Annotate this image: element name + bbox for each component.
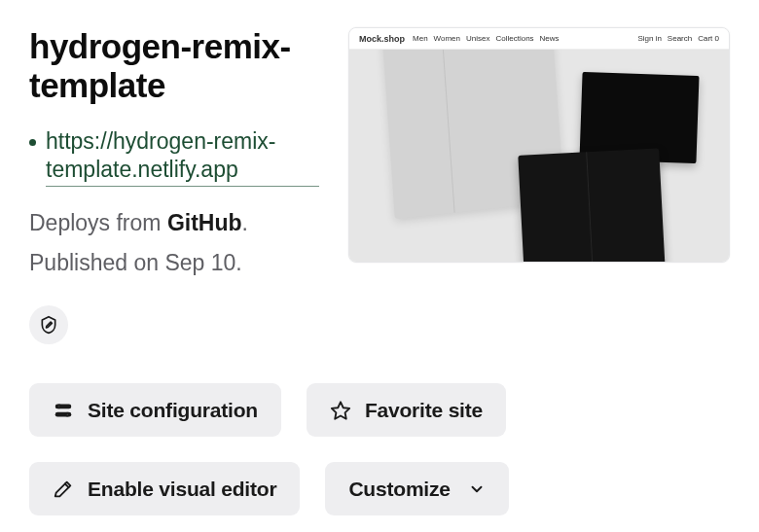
preview-nav-item: Women bbox=[434, 34, 460, 43]
sliders-icon bbox=[53, 400, 74, 421]
chevron-down-icon bbox=[468, 480, 486, 498]
site-url-row: https://hydrogen-remix-template.netlify.… bbox=[29, 127, 319, 188]
site-preview-thumbnail[interactable]: Mock.shop Men Women Unisex Collections N… bbox=[348, 27, 730, 263]
button-label: Customize bbox=[348, 478, 450, 501]
svg-point-3 bbox=[66, 413, 69, 416]
preview-header: Mock.shop Men Women Unisex Collections N… bbox=[349, 28, 729, 50]
deploy-source-name: GitHub bbox=[167, 210, 242, 235]
preview-garment-dark-shorts bbox=[518, 148, 666, 263]
preview-nav-item: Unisex bbox=[466, 34, 489, 43]
published-suffix: . bbox=[235, 250, 241, 275]
favorite-site-button[interactable]: Favorite site bbox=[307, 383, 506, 437]
preview-nav: Men Women Unisex Collections News bbox=[413, 34, 560, 43]
preview-brand: Mock.shop bbox=[359, 34, 405, 44]
published-date: Sep 10 bbox=[164, 250, 235, 275]
published-prefix: Published on bbox=[29, 250, 164, 275]
preview-body bbox=[349, 50, 729, 263]
button-label: Favorite site bbox=[365, 399, 483, 422]
deploy-source-text: Deploys from GitHub. bbox=[29, 210, 319, 236]
customize-button[interactable]: Customize bbox=[325, 462, 508, 515]
svg-point-1 bbox=[58, 405, 61, 408]
button-label: Enable visual editor bbox=[88, 478, 276, 501]
site-title: hydrogen-remix-template bbox=[29, 27, 319, 106]
preview-right-nav: Sign in Search Cart 0 bbox=[637, 34, 719, 43]
preview-nav-item: Men bbox=[413, 34, 428, 43]
preview-right-item: Sign in bbox=[637, 34, 661, 43]
preview-nav-item: News bbox=[540, 34, 560, 43]
button-label: Site configuration bbox=[88, 399, 258, 422]
deploy-prefix: Deploys from bbox=[29, 210, 167, 235]
pencil-shield-icon bbox=[39, 315, 58, 335]
preview-nav-item: Collections bbox=[495, 34, 533, 43]
published-text: Published on Sep 10. bbox=[29, 250, 319, 276]
star-icon bbox=[330, 400, 351, 421]
status-dot-icon bbox=[29, 139, 36, 146]
edit-content-button[interactable] bbox=[29, 305, 68, 344]
enable-visual-editor-button[interactable]: Enable visual editor bbox=[29, 462, 300, 515]
site-configuration-button[interactable]: Site configuration bbox=[29, 383, 281, 437]
pencil-icon bbox=[53, 479, 74, 500]
site-url-link[interactable]: https://hydrogen-remix-template.netlify.… bbox=[46, 127, 319, 188]
action-buttons: Site configuration Favorite site Enable … bbox=[29, 383, 730, 515]
deploy-suffix: . bbox=[242, 210, 248, 235]
preview-right-item: Cart 0 bbox=[698, 34, 719, 43]
preview-right-item: Search bbox=[668, 34, 692, 43]
svg-marker-4 bbox=[332, 402, 349, 418]
